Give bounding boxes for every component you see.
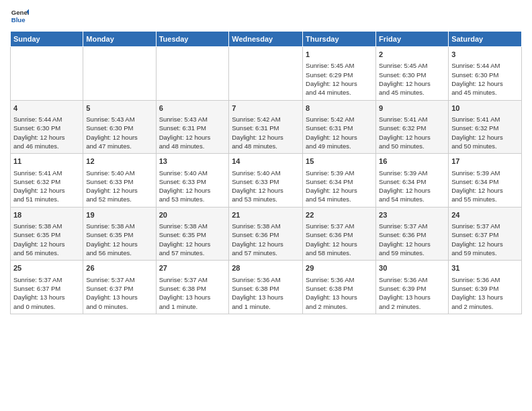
day-info: Sunrise: 5:37 AM Sunset: 6:37 PM Dayligh…	[451, 222, 519, 257]
day-info: Sunrise: 5:41 AM Sunset: 6:32 PM Dayligh…	[451, 115, 519, 150]
calendar-cell: 16Sunrise: 5:39 AM Sunset: 6:34 PM Dayli…	[376, 154, 449, 208]
day-number: 16	[379, 156, 445, 167]
weekday-header-friday: Friday	[376, 32, 449, 47]
day-number: 12	[86, 156, 152, 167]
calendar-cell: 1Sunrise: 5:45 AM Sunset: 6:29 PM Daylig…	[303, 47, 376, 101]
day-info: Sunrise: 5:39 AM Sunset: 6:34 PM Dayligh…	[451, 169, 519, 204]
weekday-header-tuesday: Tuesday	[156, 32, 229, 47]
day-info: Sunrise: 5:42 AM Sunset: 6:31 PM Dayligh…	[232, 115, 300, 150]
calendar-cell: 24Sunrise: 5:37 AM Sunset: 6:37 PM Dayli…	[449, 207, 522, 261]
day-number: 19	[86, 210, 152, 220]
day-info: Sunrise: 5:43 AM Sunset: 6:31 PM Dayligh…	[159, 115, 226, 150]
day-number: 6	[159, 103, 226, 113]
calendar-cell: 5Sunrise: 5:43 AM Sunset: 6:30 PM Daylig…	[83, 100, 156, 154]
day-number: 7	[232, 103, 300, 113]
day-info: Sunrise: 5:41 AM Sunset: 6:32 PM Dayligh…	[13, 169, 80, 204]
day-number: 26	[86, 263, 152, 273]
day-info: Sunrise: 5:37 AM Sunset: 6:37 PM Dayligh…	[13, 275, 80, 311]
day-number: 4	[13, 103, 80, 113]
calendar-cell: 4Sunrise: 5:44 AM Sunset: 6:30 PM Daylig…	[11, 100, 83, 154]
week-row-4: 18Sunrise: 5:38 AM Sunset: 6:35 PM Dayli…	[11, 207, 522, 261]
day-number: 25	[13, 263, 80, 273]
weekday-header-saturday: Saturday	[449, 32, 522, 47]
weekday-header-wednesday: Wednesday	[229, 32, 303, 47]
calendar-cell: 20Sunrise: 5:38 AM Sunset: 6:35 PM Dayli…	[156, 207, 229, 261]
calendar: SundayMondayTuesdayWednesdayThursdayFrid…	[10, 31, 522, 314]
day-info: Sunrise: 5:36 AM Sunset: 6:39 PM Dayligh…	[451, 275, 519, 311]
svg-text:Blue: Blue	[11, 16, 26, 24]
day-info: Sunrise: 5:38 AM Sunset: 6:35 PM Dayligh…	[159, 222, 226, 257]
calendar-cell: 29Sunrise: 5:36 AM Sunset: 6:38 PM Dayli…	[303, 261, 376, 314]
logo-icon: General Blue	[10, 7, 29, 26]
day-info: Sunrise: 5:36 AM Sunset: 6:39 PM Dayligh…	[379, 275, 445, 311]
calendar-cell: 6Sunrise: 5:43 AM Sunset: 6:31 PM Daylig…	[156, 100, 229, 154]
day-info: Sunrise: 5:38 AM Sunset: 6:35 PM Dayligh…	[13, 222, 80, 257]
calendar-cell: 31Sunrise: 5:36 AM Sunset: 6:39 PM Dayli…	[449, 261, 522, 314]
day-number: 2	[379, 50, 445, 60]
day-info: Sunrise: 5:38 AM Sunset: 6:36 PM Dayligh…	[232, 222, 300, 257]
calendar-cell: 15Sunrise: 5:39 AM Sunset: 6:34 PM Dayli…	[303, 154, 376, 208]
weekday-header-sunday: Sunday	[11, 32, 83, 47]
day-number: 1	[306, 50, 373, 60]
day-number: 24	[451, 210, 519, 220]
calendar-cell: 19Sunrise: 5:38 AM Sunset: 6:35 PM Dayli…	[83, 207, 156, 261]
calendar-cell: 13Sunrise: 5:40 AM Sunset: 6:33 PM Dayli…	[156, 154, 229, 208]
weekday-header-thursday: Thursday	[303, 32, 376, 47]
day-info: Sunrise: 5:44 AM Sunset: 6:30 PM Dayligh…	[451, 61, 519, 97]
calendar-cell	[229, 47, 303, 101]
day-number: 31	[451, 263, 519, 273]
day-info: Sunrise: 5:40 AM Sunset: 6:33 PM Dayligh…	[232, 169, 300, 204]
calendar-cell: 11Sunrise: 5:41 AM Sunset: 6:32 PM Dayli…	[11, 154, 83, 208]
calendar-cell: 12Sunrise: 5:40 AM Sunset: 6:33 PM Dayli…	[83, 154, 156, 208]
calendar-cell	[11, 47, 83, 101]
day-number: 27	[159, 263, 226, 273]
day-info: Sunrise: 5:37 AM Sunset: 6:36 PM Dayligh…	[306, 222, 373, 257]
day-info: Sunrise: 5:44 AM Sunset: 6:30 PM Dayligh…	[13, 115, 80, 150]
day-number: 13	[159, 156, 226, 167]
day-number: 11	[13, 156, 80, 167]
day-info: Sunrise: 5:41 AM Sunset: 6:32 PM Dayligh…	[379, 115, 445, 150]
day-number: 5	[86, 103, 152, 113]
day-number: 20	[159, 210, 226, 220]
calendar-cell: 3Sunrise: 5:44 AM Sunset: 6:30 PM Daylig…	[449, 47, 522, 101]
day-info: Sunrise: 5:43 AM Sunset: 6:30 PM Dayligh…	[86, 115, 152, 150]
weekday-header-monday: Monday	[83, 32, 156, 47]
day-number: 21	[232, 210, 300, 220]
day-info: Sunrise: 5:45 AM Sunset: 6:30 PM Dayligh…	[379, 61, 445, 97]
day-info: Sunrise: 5:36 AM Sunset: 6:38 PM Dayligh…	[232, 275, 300, 311]
day-info: Sunrise: 5:37 AM Sunset: 6:37 PM Dayligh…	[86, 275, 152, 311]
calendar-cell: 26Sunrise: 5:37 AM Sunset: 6:37 PM Dayli…	[83, 261, 156, 314]
calendar-cell: 28Sunrise: 5:36 AM Sunset: 6:38 PM Dayli…	[229, 261, 303, 314]
day-number: 14	[232, 156, 300, 167]
week-row-3: 11Sunrise: 5:41 AM Sunset: 6:32 PM Dayli…	[11, 154, 522, 208]
day-number: 22	[306, 210, 373, 220]
day-info: Sunrise: 5:37 AM Sunset: 6:38 PM Dayligh…	[159, 275, 226, 311]
day-info: Sunrise: 5:36 AM Sunset: 6:38 PM Dayligh…	[306, 275, 373, 311]
calendar-cell	[156, 47, 229, 101]
day-number: 3	[451, 50, 519, 60]
header: General Blue	[10, 7, 522, 26]
calendar-cell: 27Sunrise: 5:37 AM Sunset: 6:38 PM Dayli…	[156, 261, 229, 314]
calendar-cell: 10Sunrise: 5:41 AM Sunset: 6:32 PM Dayli…	[449, 100, 522, 154]
day-number: 8	[306, 103, 373, 113]
day-number: 9	[379, 103, 445, 113]
page: General Blue SundayMondayTuesdayWednesda…	[0, 0, 532, 411]
week-row-1: 1Sunrise: 5:45 AM Sunset: 6:29 PM Daylig…	[11, 47, 522, 101]
calendar-cell: 23Sunrise: 5:37 AM Sunset: 6:36 PM Dayli…	[376, 207, 449, 261]
calendar-cell: 14Sunrise: 5:40 AM Sunset: 6:33 PM Dayli…	[229, 154, 303, 208]
day-info: Sunrise: 5:39 AM Sunset: 6:34 PM Dayligh…	[306, 169, 373, 204]
day-number: 15	[306, 156, 373, 167]
day-info: Sunrise: 5:38 AM Sunset: 6:35 PM Dayligh…	[86, 222, 152, 257]
weekday-header-row: SundayMondayTuesdayWednesdayThursdayFrid…	[11, 32, 522, 47]
calendar-cell: 18Sunrise: 5:38 AM Sunset: 6:35 PM Dayli…	[11, 207, 83, 261]
day-info: Sunrise: 5:40 AM Sunset: 6:33 PM Dayligh…	[159, 169, 226, 204]
week-row-5: 25Sunrise: 5:37 AM Sunset: 6:37 PM Dayli…	[11, 261, 522, 314]
day-number: 30	[379, 263, 445, 273]
day-number: 29	[306, 263, 373, 273]
svg-text:General: General	[11, 9, 29, 16]
calendar-cell: 21Sunrise: 5:38 AM Sunset: 6:36 PM Dayli…	[229, 207, 303, 261]
day-number: 23	[379, 210, 445, 220]
calendar-cell: 8Sunrise: 5:42 AM Sunset: 6:31 PM Daylig…	[303, 100, 376, 154]
calendar-cell: 17Sunrise: 5:39 AM Sunset: 6:34 PM Dayli…	[449, 154, 522, 208]
calendar-cell: 30Sunrise: 5:36 AM Sunset: 6:39 PM Dayli…	[376, 261, 449, 314]
